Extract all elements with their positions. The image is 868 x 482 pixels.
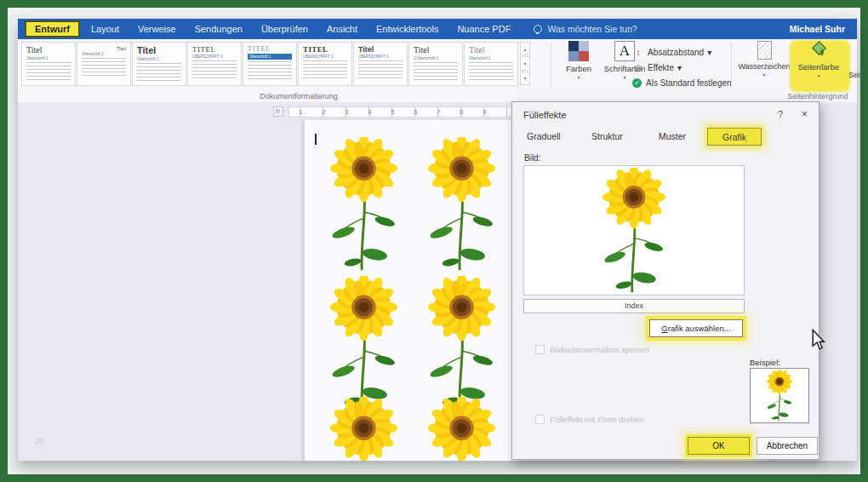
formatting-stack: ↕ Absatzabstand ▾ ◎ Effekte ▾ ✓ Als Stan… (632, 44, 732, 90)
tab-entwurf[interactable]: Entwurf (25, 20, 80, 37)
account-user-name[interactable]: Michael Suhr (790, 24, 845, 34)
tab-entwicklertools[interactable]: Entwicklertools (367, 20, 448, 37)
close-icon[interactable]: × (801, 107, 808, 120)
page-number: 20 (35, 437, 43, 445)
page-background-sunflower (315, 137, 413, 272)
checkbox-icon (535, 345, 545, 354)
gallery-scroll-up-icon[interactable]: ▴ (520, 42, 530, 55)
group-label-seitenhintergrund: Seitenhintergrund (765, 92, 868, 100)
fake-text-lines (192, 60, 237, 78)
style-set-thumbnail[interactable]: TITEL ÜBERSCHRIFT 1 (298, 42, 352, 86)
style-set-gallery: Titel Überschrift 1 Titel Überschrift 1 … (21, 42, 530, 86)
ruler-tick: 8 (450, 109, 473, 115)
tab-verweise[interactable]: Verweise (128, 20, 186, 37)
chevron-down-icon: ▾ (577, 74, 580, 80)
check-circle-icon: ✓ (632, 78, 642, 88)
sunflower-image (591, 168, 677, 294)
ribbon-tab-bar: Entwurf Layout Verweise Sendungen Überpr… (18, 19, 857, 39)
ribbon: Titel Überschrift 1 Titel Überschrift 1 … (18, 39, 857, 103)
wasserzeichen-button[interactable]: Wasserzeichen ▾ (737, 41, 791, 77)
ruler-tick: 4 (358, 109, 381, 115)
tab-ueberpruefen[interactable]: Überprüfen (252, 20, 317, 37)
fake-text-lines (303, 60, 347, 78)
desktop-background: Entwurf Layout Verweise Sendungen Überpr… (8, 8, 860, 474)
seitenfarbe-button[interactable]: Seitenfarbe ▾ (792, 41, 845, 78)
group-label-dokumentformatierung: Dokumentformatierung (231, 92, 367, 100)
tell-me-label: Was möchten Sie tun? (547, 24, 637, 34)
tell-me-search[interactable]: Was möchten Sie tun? (534, 24, 637, 34)
style-set-thumbnail[interactable]: Titel Überschrift 1 (132, 42, 186, 86)
farben-button[interactable]: Farben ▾ (558, 41, 599, 80)
ruler-tick: 2 (312, 109, 335, 115)
sunflower-image (413, 276, 511, 410)
effekte-button[interactable]: ◎ Effekte ▾ (632, 60, 732, 75)
rotate-fill-checkbox[interactable]: Fülleffekt mit Form drehen (535, 415, 644, 424)
absatzabstand-button[interactable]: ↕ Absatzabstand ▾ (632, 44, 732, 60)
page-color-bucket-icon (809, 41, 828, 60)
beispiel-preview-box (750, 368, 809, 423)
sunflower-image (413, 137, 511, 272)
beispiel-label: Beispiel: (750, 358, 780, 367)
ruler-tick: 7 (427, 109, 450, 115)
style-set-thumbnail[interactable]: Titel Überschrift 1 (21, 42, 76, 86)
screenshot-frame: Entwurf Layout Verweise Sendungen Überpr… (0, 0, 868, 482)
gallery-more-icon[interactable]: ▾ (520, 72, 530, 85)
sunflower-image (413, 397, 511, 461)
picture-preview-box[interactable] (523, 165, 745, 296)
style-set-thumbnail[interactable]: Titel ÜBERSCHRIFT 1 (353, 42, 408, 86)
tab-sendungen[interactable]: Sendungen (186, 20, 252, 37)
help-icon[interactable]: ? (778, 109, 783, 119)
chevron-down-icon: ▾ (707, 48, 711, 57)
sunflower-image (315, 137, 413, 272)
ruler-tick: 9 (473, 109, 496, 115)
fake-text-lines (469, 62, 513, 80)
style-set-thumbnail[interactable]: Titel Überschrift 1 (464, 42, 518, 86)
horizontal-ruler[interactable]: 123456789 (288, 106, 523, 118)
dialog-tab-grafik[interactable]: Grafik (707, 128, 762, 146)
style-set-thumbnail[interactable]: Titel Überschrift 1 (77, 42, 131, 86)
gallery-scrollbar: ▴ ▾ ▾ (520, 42, 530, 86)
page-background-sunflower (413, 137, 511, 272)
checkbox-icon (535, 415, 545, 424)
chevron-down-icon: ▾ (817, 72, 819, 78)
seitenraender-button-partial[interactable]: Sei (848, 70, 860, 79)
ok-button[interactable]: OK (688, 437, 750, 455)
effects-icon: ◎ (632, 63, 644, 72)
lock-aspect-checkbox[interactable]: Bildseitenverhältnis sperren (535, 345, 649, 354)
style-set-thumbnail[interactable]: Titel 1 Überschrift 1 (408, 42, 463, 86)
fuelleffekte-dialog: Fülleffekte ? × Graduell Struktur Muster… (511, 101, 819, 460)
sunflower-image (315, 276, 413, 410)
fake-text-lines (26, 62, 71, 80)
tab-ansicht[interactable]: Ansicht (317, 20, 367, 37)
dialog-tab-graduell[interactable]: Graduell (527, 131, 561, 141)
tab-selector-icon[interactable] (273, 106, 283, 117)
group-separator (551, 43, 551, 89)
grafik-auswaehlen-button[interactable]: Grafik auswählen... (649, 319, 743, 337)
chevron-down-icon: ▾ (762, 72, 765, 77)
gallery-scroll-down-icon[interactable]: ▾ (520, 56, 530, 70)
lightbulb-icon (534, 25, 542, 33)
bild-label: Bild: (524, 153, 540, 163)
ruler-tick: 3 (335, 109, 358, 115)
page-background-sunflower (413, 397, 511, 461)
dialog-title: Fülleffekte (523, 110, 567, 120)
page-background-sunflower (315, 397, 413, 461)
fake-text-lines (414, 62, 458, 80)
group-separator (731, 43, 732, 89)
cancel-button[interactable]: Abbrechen (757, 437, 818, 455)
sunflower-image (751, 370, 808, 422)
sunflower-image (315, 397, 413, 461)
tab-nuance-pdf[interactable]: Nuance PDF (448, 20, 520, 37)
style-set-thumbnail[interactable]: TITEL Überschrift 1 (243, 42, 297, 86)
theme-colors-icon (568, 41, 589, 61)
fake-text-lines (358, 60, 403, 78)
fake-text-lines (248, 61, 292, 79)
chevron-down-icon: ▾ (623, 74, 625, 80)
mouse-cursor (810, 329, 825, 351)
als-standard-button[interactable]: ✓ Als Standard festlegen (632, 75, 732, 90)
dialog-tab-muster[interactable]: Muster (659, 131, 686, 141)
page-background-sunflower (413, 276, 511, 410)
dialog-tab-struktur[interactable]: Struktur (591, 131, 623, 141)
tab-layout[interactable]: Layout (82, 20, 128, 37)
style-set-thumbnail[interactable]: TITEL ÜBERSCHRIFT 1 (187, 42, 242, 86)
